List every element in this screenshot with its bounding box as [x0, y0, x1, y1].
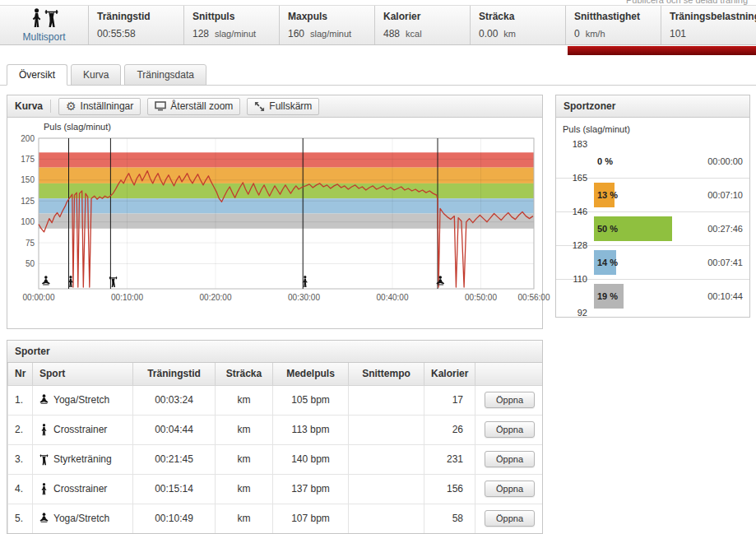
zone-boundary-label: 183	[556, 139, 587, 149]
cell-distance: km	[216, 444, 273, 474]
stat-unit: km/h	[586, 29, 605, 39]
cell-avg-hr: 105 bpm	[273, 385, 349, 415]
fullscreen-icon	[254, 101, 265, 112]
stat-label: Träningstid	[97, 11, 175, 22]
stat-value: 101	[670, 28, 748, 39]
cell-time: 00:21:45	[133, 444, 216, 474]
yoga-icon	[39, 394, 49, 406]
kurva-panel-header: Kurva ⚙InställningarÅterställ zoomFullsk…	[7, 95, 542, 118]
svg-text:00:50:00: 00:50:00	[465, 293, 497, 302]
column-header-nr: Nr	[8, 363, 33, 385]
stat-label: Maxpuls	[288, 11, 366, 22]
heart-rate-chart[interactable]: 507510012515017520000:00:0000:10:0000:20…	[7, 118, 542, 326]
sportzoner-title: Sportzoner	[564, 100, 615, 112]
sporter-panel-header: Sporter	[7, 341, 542, 363]
stat-label: Sträcka	[479, 11, 557, 22]
header-divider	[50, 100, 51, 113]
column-header-medelpuls: Medelpuls	[273, 363, 349, 385]
svg-text:00:10:00: 00:10:00	[111, 293, 143, 302]
column-header-item	[475, 363, 544, 385]
tab-bar: ÖversiktKurvaTräningsdata	[7, 64, 206, 86]
cell-avg-hr: 137 bpm	[273, 474, 349, 504]
open-sport-button[interactable]: Öppna	[485, 481, 535, 497]
open-sport-button[interactable]: Öppna	[485, 510, 535, 527]
reset-zoom-icon	[155, 101, 166, 111]
open-sport-button[interactable]: Öppna	[485, 451, 535, 467]
stat-value: 00:55:58	[97, 28, 175, 39]
stat-label: Snitthastighet	[574, 11, 652, 22]
kurva-panel-title: Kurva	[15, 100, 43, 112]
open-sport-button[interactable]: Öppna	[485, 392, 535, 408]
column-header-kalorier: Kalorier	[424, 363, 475, 385]
zone-percent: 19 %	[597, 291, 618, 301]
svg-text:00:20:00: 00:20:00	[200, 293, 232, 302]
sportzoner-rows: 0 %00:00:0013 %00:07:1050 %00:27:4614 %0…	[556, 144, 749, 313]
cell-sport: Crosstrainer	[33, 415, 133, 444]
column-header-snittempo: Snittempo	[349, 363, 424, 385]
svg-text:00:00:00: 00:00:00	[23, 293, 55, 302]
cell-avg-hr: 140 bpm	[273, 444, 349, 474]
zone-percent: 0 %	[597, 156, 613, 166]
zone-percent: 50 %	[597, 224, 618, 234]
button-label: Återställ zoom	[170, 100, 233, 112]
sportzoner-panel-header: Sportzoner	[556, 95, 749, 118]
sporter-title: Sporter	[15, 346, 50, 357]
cell-sport: Styrketräning	[33, 444, 133, 474]
tab-tr-ningsdata[interactable]: Träningsdata	[124, 64, 206, 86]
inst-llningar-button[interactable]: ⚙Inställningar	[58, 98, 141, 115]
column-header-sport: Sport	[33, 363, 133, 385]
tab-versikt[interactable]: Översikt	[7, 64, 67, 86]
zone-boundary-label: 92	[556, 308, 587, 318]
publish-accent-strip	[568, 46, 756, 55]
table-row: 4.Crosstrainer00:15:14km137 bpm156Öppna	[8, 474, 544, 504]
svg-text:50: 50	[26, 259, 35, 268]
terst-ll-zoom-button[interactable]: Återställ zoom	[147, 98, 240, 115]
stat-snittpuls: Snittpuls128slag/minut	[183, 6, 279, 44]
sport-badge: Multisport	[0, 6, 88, 44]
zone-time: 00:27:46	[707, 224, 743, 234]
stat-unit: slag/minut	[215, 29, 256, 39]
cell-sport: Yoga/Stretch	[33, 385, 133, 415]
stat-value: 128slag/minut	[192, 28, 271, 39]
cell-sport: Crosstrainer	[33, 474, 133, 504]
stat-unit: kcal	[406, 29, 422, 39]
cell-time: 00:10:49	[133, 504, 216, 533]
column-header-tr-ningstid: Träningstid	[133, 363, 216, 385]
tab-kurva[interactable]: Kurva	[71, 64, 121, 86]
stat-label: Snittpuls	[192, 11, 271, 22]
open-sport-button[interactable]: Öppna	[485, 421, 535, 438]
cell-actions: Öppna	[475, 504, 544, 533]
cell-time: 00:03:24	[133, 385, 216, 415]
cell-calories: 58	[424, 504, 475, 533]
svg-text:00:40:00: 00:40:00	[377, 293, 409, 302]
table-row: 2.Crosstrainer00:04:44km113 bpm26Öppna	[8, 415, 544, 444]
chart-toolbar: ⚙InställningarÅterställ zoomFullskärm	[58, 98, 319, 115]
multisport-icon	[27, 8, 62, 30]
cell-calories: 26	[424, 415, 475, 444]
cell-calories: 17	[424, 385, 475, 415]
gear-icon: ⚙	[66, 100, 77, 112]
zone-boundary-label: 165	[556, 173, 587, 183]
sport-label: Multisport	[22, 31, 65, 43]
sportzoner-panel: Sportzoner Puls (slag/minut) 0 %00:00:00…	[555, 95, 750, 318]
fullsk-rm-button[interactable]: Fullskärm	[247, 98, 319, 115]
stat-kalorier: Kalorier488kcal	[374, 6, 470, 44]
zone-boundary-label: 128	[556, 240, 587, 250]
crosstrainer-icon	[39, 483, 49, 495]
summary-stats-bar: Multisport Träningstid00:55:58Snittpuls1…	[0, 5, 756, 45]
stat-maxpuls: Maxpuls160slag/minut	[279, 6, 374, 44]
stat-label: Träningsbelastning	[670, 11, 748, 22]
table-row: 3.Styrketräning00:21:45km140 bpm231Öppna	[8, 444, 544, 474]
cell-actions: Öppna	[475, 444, 544, 474]
sport-name: Styrketräning	[53, 453, 112, 465]
sport-name: Yoga/Stretch	[53, 394, 109, 406]
svg-text:Puls (slag/minut): Puls (slag/minut)	[44, 122, 111, 132]
crosstrainer-icon	[39, 424, 49, 436]
cell-time: 00:04:44	[133, 415, 216, 444]
cell-actions: Öppna	[475, 415, 544, 444]
publish-shared-training-link[interactable]: Publicera och se delad träning	[626, 0, 748, 5]
sports-table: NrSportTräningstidSträckaMedelpulsSnitte…	[7, 363, 543, 534]
svg-text:75: 75	[26, 239, 35, 248]
strength-icon	[39, 453, 49, 466]
cell-actions: Öppna	[475, 385, 544, 415]
